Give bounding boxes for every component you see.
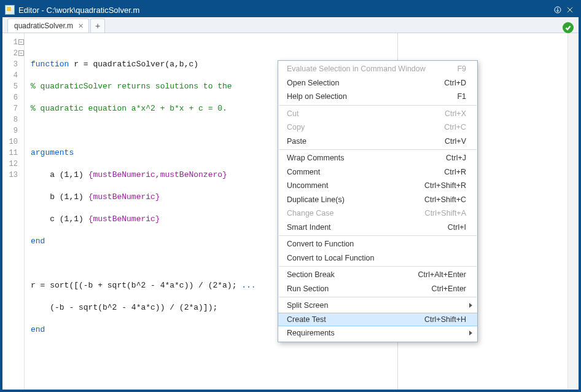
line-number: 11: [9, 149, 18, 157]
new-tab-button[interactable]: +: [90, 18, 105, 33]
code-text: a (1,1): [31, 170, 88, 179]
code-ok-indicator[interactable]: [563, 22, 574, 33]
line-number: 7: [14, 104, 18, 113]
menu-item-label: Run Section: [287, 284, 431, 293]
menu-item-shortcut: F1: [457, 92, 466, 101]
code-text: end: [31, 237, 45, 246]
line-number: 5: [14, 82, 18, 91]
context-menu: Evaluate Selection in Command WindowF9Op…: [278, 60, 478, 342]
chevron-right-icon: [469, 303, 472, 308]
menu-item-cut: CutCtrl+X: [278, 107, 477, 121]
menu-item-create-test[interactable]: Create TestCtrl+Shift+H: [278, 313, 477, 327]
menu-item-shortcut: Ctrl+X: [445, 109, 466, 118]
tab-quadraticsolver[interactable]: quadraticSolver.m ✕: [7, 18, 89, 33]
menu-item-label: Open Selection: [287, 79, 444, 87]
menu-item-shortcut: Ctrl+J: [446, 154, 466, 162]
menu-item-label: Change Case: [287, 209, 425, 218]
code-text: c (1,1): [31, 214, 88, 224]
menu-item-wrap-comments[interactable]: Wrap CommentsCtrl+J: [278, 151, 477, 165]
menu-separator: [279, 149, 477, 150]
fold-icon[interactable]: −: [18, 39, 24, 45]
tab-label: quadraticSolver.m: [14, 22, 73, 30]
line-number: 13: [9, 171, 18, 179]
menu-item-label: Help on Selection: [287, 92, 457, 101]
menu-item-split-screen[interactable]: Split Screen: [278, 299, 477, 313]
menu-separator: [279, 235, 477, 236]
line-number: 12: [9, 160, 18, 168]
menu-item-shortcut: Ctrl+R: [444, 168, 466, 176]
line-number: 4: [14, 71, 18, 80]
line-number: 8: [14, 116, 18, 124]
window-title: Editor - C:\work\quadraticSolver.m: [18, 6, 139, 15]
menu-item-comment[interactable]: CommentCtrl+R: [278, 165, 477, 179]
line-number: 2: [14, 49, 18, 58]
menu-item-section-break[interactable]: Section BreakCtrl+Alt+Enter: [278, 268, 477, 282]
code-text: arguments: [31, 148, 74, 157]
code-text: ...: [241, 281, 255, 290]
menu-item-label: Split Screen: [287, 301, 466, 310]
code-text: r = sort([(-b + sqrt(b^2 - 4*a*c)) / (2*…: [31, 281, 241, 290]
menu-item-label: Smart Indent: [287, 223, 448, 232]
menu-item-run-section[interactable]: Run SectionCtrl+Enter: [278, 282, 477, 296]
code-scrollbar[interactable]: [567, 33, 579, 390]
menu-item-shortcut: Ctrl+Shift+C: [424, 195, 466, 204]
menu-item-paste[interactable]: PasteCtrl+V: [278, 135, 477, 149]
code-text: function: [31, 60, 69, 69]
menu-item-shortcut: Ctrl+V: [445, 137, 466, 146]
editor-client: quadraticSolver.m ✕ + 1− 2− 3 4 5 6 7 8 …: [2, 17, 579, 390]
menu-item-shortcut: Ctrl+Shift+H: [424, 315, 466, 324]
menu-item-shortcut: Ctrl+Alt+Enter: [418, 270, 466, 279]
menu-separator: [279, 266, 477, 267]
menu-item-shortcut: Ctrl+Shift+A: [425, 209, 466, 218]
menu-item-label: Evaluate Selection in Command Window: [287, 65, 457, 73]
code-text: {mustBeNumeric}: [88, 192, 160, 202]
line-number: 6: [14, 93, 18, 102]
line-number: 10: [9, 138, 18, 146]
menu-item-shortcut: F9: [457, 65, 466, 73]
tabstrip: quadraticSolver.m ✕ +: [2, 17, 579, 33]
menu-item-label: Copy: [287, 123, 444, 131]
menu-item-label: Duplicate Line(s): [287, 195, 424, 204]
line-number: 3: [14, 60, 18, 69]
menu-item-label: Comment: [287, 168, 444, 176]
menu-item-label: Create Test: [287, 315, 424, 324]
menu-item-label: Section Break: [287, 270, 418, 279]
chevron-right-icon: [469, 331, 472, 335]
code-text: % quadratic equation a*x^2 + b*x + c = 0…: [31, 104, 227, 113]
menu-item-convert-to-function[interactable]: Convert to Function: [278, 237, 477, 251]
editor-app-icon: [5, 5, 15, 15]
menu-item-convert-to-local-function[interactable]: Convert to Local Function: [278, 251, 477, 265]
close-window-button[interactable]: [564, 4, 576, 16]
code-text: r = quadraticSolver(a,b,c): [69, 60, 198, 69]
code-text: {mustBeNumeric}: [88, 214, 160, 224]
code-text: b (1,1): [31, 192, 88, 202]
titlebar: Editor - C:\work\quadraticSolver.m: [2, 2, 579, 17]
menu-item-label: Convert to Local Function: [287, 254, 466, 262]
menu-item-shortcut: Ctrl+D: [444, 79, 466, 87]
menu-item-shortcut: Ctrl+Enter: [431, 284, 466, 293]
menu-item-shortcut: Ctrl+I: [448, 223, 466, 232]
menu-item-requirements[interactable]: Requirements: [278, 326, 477, 340]
menu-item-shortcut: Ctrl+C: [444, 123, 466, 131]
menu-item-change-case: Change CaseCtrl+Shift+A: [278, 206, 477, 221]
menu-separator: [279, 297, 477, 297]
menu-item-shortcut: Ctrl+Shift+R: [424, 181, 466, 190]
menu-item-evaluate-selection-in-command-window: Evaluate Selection in Command WindowF9: [278, 62, 477, 76]
dock-toggle-button[interactable]: [552, 4, 564, 16]
code-text: (-b - sqrt(b^2 - 4*a*c)) / (2*a)]);: [31, 303, 217, 312]
menu-item-label: Convert to Function: [287, 240, 466, 248]
code-text: {mustBeNumeric,mustBeNonzero}: [88, 170, 227, 179]
tab-close-icon[interactable]: ✕: [78, 22, 84, 30]
menu-item-duplicate-line-s[interactable]: Duplicate Line(s)Ctrl+Shift+C: [278, 193, 477, 207]
menu-item-help-on-selection[interactable]: Help on SelectionF1: [278, 90, 477, 104]
line-number: 1: [14, 38, 18, 47]
menu-item-smart-indent[interactable]: Smart IndentCtrl+I: [278, 221, 477, 235]
menu-item-uncomment[interactable]: UncommentCtrl+Shift+R: [278, 179, 477, 193]
menu-item-copy: CopyCtrl+C: [278, 120, 477, 135]
fold-icon[interactable]: −: [18, 50, 24, 56]
menu-item-label: Paste: [287, 137, 445, 146]
menu-item-open-selection[interactable]: Open SelectionCtrl+D: [278, 76, 477, 90]
menu-item-label: Wrap Comments: [287, 154, 446, 162]
code-text: end: [31, 325, 45, 334]
menu-item-label: Requirements: [287, 329, 466, 337]
